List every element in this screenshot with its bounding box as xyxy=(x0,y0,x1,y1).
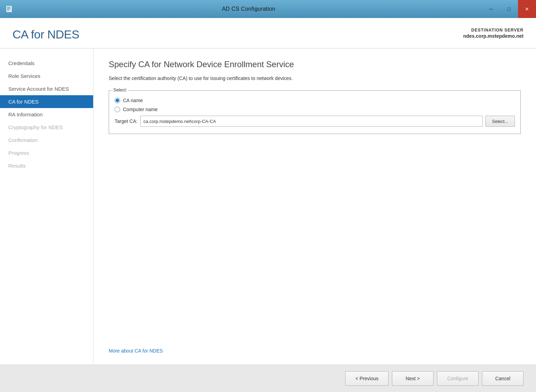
main-panel: Specify CA for Network Device Enrollment… xyxy=(93,48,536,365)
next-button[interactable]: Next > xyxy=(392,371,434,386)
close-button[interactable]: ✕ xyxy=(518,0,536,18)
target-ca-row: Target CA: Select... xyxy=(115,116,515,127)
svg-rect-3 xyxy=(7,10,9,10)
select-group: Select: CA name Computer name Target CA:… xyxy=(109,90,521,134)
sidebar-item-role-services[interactable]: Role Services xyxy=(0,70,93,82)
header: CA for NDES DESTINATION SERVER ndes.corp… xyxy=(0,18,536,48)
svg-rect-2 xyxy=(7,8,10,9)
minimize-button[interactable]: ─ xyxy=(482,0,500,18)
server-info: DESTINATION SERVER ndes.corp.mstepdemo.n… xyxy=(463,28,524,39)
radio-ca-name-label[interactable]: CA name xyxy=(123,98,143,103)
panel-description: Select the certification authority (CA) … xyxy=(109,75,521,82)
more-link[interactable]: More about CA for NDES xyxy=(109,348,521,354)
page-title: CA for NDES xyxy=(12,28,79,41)
radio-computer-name-row: Computer name xyxy=(115,107,515,112)
destination-server-label: DESTINATION SERVER xyxy=(463,28,524,33)
target-ca-label: Target CA: xyxy=(115,118,137,124)
app-icon xyxy=(4,3,15,15)
maximize-button[interactable]: □ xyxy=(500,0,518,18)
configure-button: Configure xyxy=(437,371,479,386)
select-group-legend: Select: xyxy=(112,87,128,92)
radio-ca-name[interactable] xyxy=(115,98,120,103)
window-body: CA for NDES DESTINATION SERVER ndes.corp… xyxy=(0,18,536,392)
radio-computer-name-label[interactable]: Computer name xyxy=(123,107,158,112)
titlebar: AD CS Configuration ─ □ ✕ xyxy=(0,0,536,18)
content-area: Credentials Role Services Service Accoun… xyxy=(0,48,536,365)
sidebar-item-service-account[interactable]: Service Account for NDES xyxy=(0,82,93,95)
destination-server-value: ndes.corp.mstepdemo.net xyxy=(463,33,524,39)
svg-rect-1 xyxy=(7,7,10,8)
panel-heading: Specify CA for Network Device Enrollment… xyxy=(109,60,521,69)
radio-computer-name[interactable] xyxy=(115,107,120,112)
sidebar-item-progress: Progress xyxy=(0,146,93,159)
sidebar-item-ra-information[interactable]: RA Information xyxy=(0,108,93,121)
previous-button[interactable]: < Previous xyxy=(345,371,388,386)
sidebar-item-ca-for-ndes[interactable]: CA for NDES xyxy=(0,95,93,108)
spacer xyxy=(109,138,521,348)
sidebar: Credentials Role Services Service Accoun… xyxy=(0,48,93,365)
window-title: AD CS Configuration xyxy=(15,6,482,12)
sidebar-item-credentials[interactable]: Credentials xyxy=(0,57,93,70)
target-ca-input[interactable] xyxy=(140,116,483,127)
cancel-button[interactable]: Cancel xyxy=(482,371,524,386)
sidebar-item-results: Results xyxy=(0,159,93,172)
sidebar-item-cryptography: Cryptography for NDES xyxy=(0,121,93,134)
window-controls: ─ □ ✕ xyxy=(482,0,536,18)
select-button[interactable]: Select... xyxy=(485,116,515,127)
sidebar-item-confirmation: Confirmation xyxy=(0,134,93,146)
radio-ca-name-row: CA name xyxy=(115,98,515,103)
footer: < Previous Next > Configure Cancel xyxy=(0,365,536,392)
